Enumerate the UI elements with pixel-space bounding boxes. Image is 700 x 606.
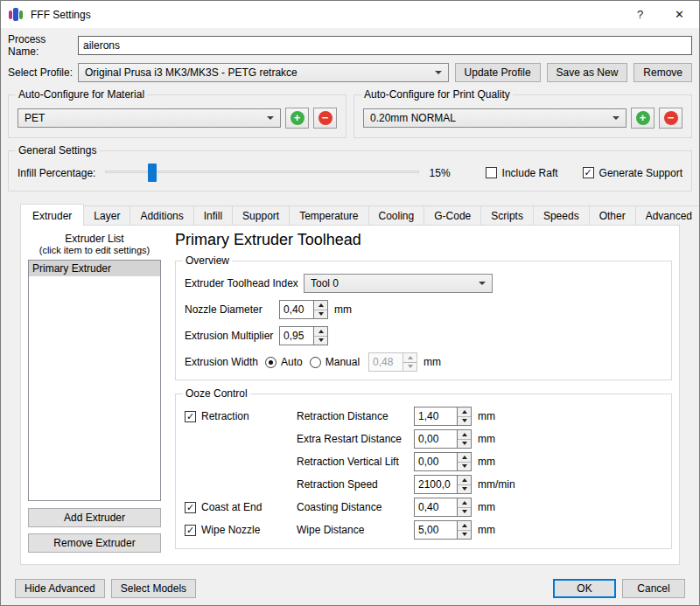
toolhead-index-dropdown[interactable]: Tool 0 bbox=[304, 274, 493, 293]
spin-up-button[interactable] bbox=[458, 498, 471, 508]
profile-dropdown[interactable]: Original Prusa i3 MK3/MK3S - PETG retrak… bbox=[78, 63, 449, 82]
save-as-new-button[interactable]: Save as New bbox=[547, 63, 628, 82]
close-icon[interactable]: ✕ bbox=[660, 1, 699, 28]
spin-up-button[interactable] bbox=[458, 521, 471, 531]
hide-advanced-button[interactable]: Hide Advanced bbox=[15, 579, 105, 598]
retraction-speed-row: Retraction Speed mm/min bbox=[185, 475, 662, 494]
retraction-speed-spinner[interactable] bbox=[414, 475, 472, 494]
extrusion-multiplier-input[interactable] bbox=[280, 327, 313, 345]
spin-down-button[interactable] bbox=[458, 485, 471, 494]
tab-cooling[interactable]: Cooling bbox=[369, 205, 425, 225]
unit-label: mm bbox=[478, 524, 495, 536]
tab-infill[interactable]: Infill bbox=[194, 205, 233, 225]
tab-support[interactable]: Support bbox=[233, 205, 290, 225]
update-profile-button[interactable]: Update Profile bbox=[455, 63, 541, 82]
coast-at-end-checkbox[interactable]: Coast at End bbox=[185, 501, 262, 513]
generate-support-checkbox[interactable]: Generate Support bbox=[583, 167, 682, 179]
wipe-distance-label: Wipe Distance bbox=[297, 524, 414, 536]
spin-down-button[interactable] bbox=[458, 463, 471, 471]
cancel-button[interactable]: Cancel bbox=[622, 579, 685, 598]
coasting-distance-label: Coasting Distance bbox=[297, 501, 414, 513]
tab-extruder[interactable]: Extruder bbox=[20, 204, 84, 226]
spin-down-button[interactable] bbox=[458, 417, 471, 426]
quality-dropdown[interactable]: 0.20mm NORMAL bbox=[363, 108, 626, 128]
spin-down-button[interactable] bbox=[458, 531, 471, 540]
infill-slider-thumb[interactable] bbox=[148, 164, 157, 182]
extrusion-width-input bbox=[369, 353, 402, 371]
tab-gcode[interactable]: G-Code bbox=[424, 205, 481, 225]
chevron-down-icon bbox=[435, 71, 442, 74]
tab-temperature[interactable]: Temperature bbox=[290, 205, 368, 225]
help-button[interactable]: ? bbox=[620, 1, 660, 28]
include-raft-checkbox[interactable]: Include Raft bbox=[486, 167, 558, 179]
retraction-distance-spinner[interactable] bbox=[414, 407, 472, 426]
window-title: FFF Settings bbox=[31, 9, 620, 21]
spin-up-button[interactable] bbox=[458, 407, 471, 417]
nozzle-diameter-spinner[interactable] bbox=[279, 300, 328, 319]
spin-up-button[interactable] bbox=[314, 327, 327, 337]
extra-restart-distance-spinner[interactable] bbox=[414, 429, 472, 449]
wipe-nozzle-checkbox[interactable]: Wipe Nozzle bbox=[185, 524, 260, 536]
list-item-primary-extruder[interactable]: Primary Extruder bbox=[29, 261, 160, 276]
remove-profile-button[interactable]: Remove bbox=[634, 63, 692, 82]
add-quality-button[interactable]: + bbox=[631, 108, 654, 129]
process-name-input[interactable] bbox=[78, 36, 692, 55]
add-extruder-button[interactable]: Add Extruder bbox=[28, 508, 161, 527]
tab-scripts[interactable]: Scripts bbox=[481, 205, 534, 225]
spin-up-button[interactable] bbox=[458, 476, 471, 485]
wipe-distance-input[interactable] bbox=[415, 521, 457, 539]
dialog-footer: Hide Advanced Select Models OK Cancel bbox=[15, 579, 685, 598]
coasting-distance-spinner[interactable] bbox=[414, 498, 472, 517]
tab-speeds[interactable]: Speeds bbox=[534, 205, 590, 225]
infill-slider[interactable] bbox=[105, 164, 419, 182]
tab-layer[interactable]: Layer bbox=[84, 205, 130, 225]
remove-quality-button[interactable]: − bbox=[659, 108, 682, 129]
ok-button[interactable]: OK bbox=[553, 579, 616, 598]
overview-title: Overview bbox=[183, 254, 232, 267]
auto-material-groupbox: Auto-Configure for Material PET + − bbox=[8, 94, 346, 138]
remove-extruder-button[interactable]: Remove Extruder bbox=[28, 533, 161, 553]
spin-down-button[interactable] bbox=[458, 508, 471, 517]
extrusion-width-auto-radio[interactable]: Auto bbox=[258, 356, 303, 368]
select-models-button[interactable]: Select Models bbox=[111, 579, 196, 598]
spin-down-button[interactable] bbox=[314, 337, 327, 345]
remove-material-button[interactable]: − bbox=[313, 108, 337, 129]
extruder-listbox[interactable]: Primary Extruder bbox=[28, 260, 161, 501]
process-name-row: Process Name: bbox=[8, 33, 692, 58]
extruder-list-subtitle: (click item to edit settings) bbox=[28, 245, 161, 255]
spin-down-button[interactable] bbox=[458, 440, 471, 449]
chevron-down-icon bbox=[612, 116, 620, 120]
toolhead-index-label: Extruder Toolhead Index bbox=[185, 277, 304, 289]
spin-down-button[interactable] bbox=[314, 310, 327, 319]
spin-up-button[interactable] bbox=[458, 430, 471, 440]
toolhead-index-row: Extruder Toolhead Index Tool 0 bbox=[185, 274, 662, 293]
infill-percentage-label: Infill Percentage: bbox=[18, 167, 105, 179]
material-dropdown[interactable]: PET bbox=[18, 108, 281, 128]
spin-up-button[interactable] bbox=[314, 301, 327, 310]
unit-label: mm bbox=[478, 456, 495, 468]
unit-label: mm bbox=[478, 410, 495, 422]
extra-restart-distance-input[interactable] bbox=[415, 430, 457, 448]
spin-up-button[interactable] bbox=[458, 453, 471, 463]
tab-other[interactable]: Other bbox=[590, 205, 636, 225]
retraction-vertical-lift-spinner[interactable] bbox=[414, 452, 472, 471]
coasting-distance-input[interactable] bbox=[415, 498, 457, 516]
retraction-distance-input[interactable] bbox=[415, 407, 457, 425]
extrusion-width-manual-radio[interactable]: Manual bbox=[303, 356, 360, 368]
auto-configure-row: Auto-Configure for Material PET + − Auto… bbox=[8, 94, 692, 138]
tab-advanced[interactable]: Advanced bbox=[636, 205, 700, 225]
ooze-control-title: Ooze Control bbox=[183, 387, 250, 400]
extrusion-width-spinner bbox=[368, 352, 417, 372]
extruder-tab-panel: Extruder List (click item to edit settin… bbox=[20, 225, 680, 565]
tab-additions[interactable]: Additions bbox=[130, 205, 193, 225]
retraction-distance-label: Retraction Distance bbox=[297, 410, 414, 422]
add-material-button[interactable]: + bbox=[285, 108, 309, 129]
fff-settings-dialog: FFF Settings ? ✕ Process Name: Select Pr… bbox=[0, 0, 700, 606]
retraction-vertical-lift-input[interactable] bbox=[415, 453, 457, 470]
retraction-speed-input[interactable] bbox=[415, 476, 457, 493]
auto-quality-groupbox: Auto-Configure for Print Quality 0.20mm … bbox=[354, 94, 692, 138]
extrusion-multiplier-spinner[interactable] bbox=[279, 326, 328, 345]
wipe-distance-spinner[interactable] bbox=[414, 520, 472, 540]
nozzle-diameter-input[interactable] bbox=[280, 301, 313, 318]
retraction-checkbox[interactable]: Retraction bbox=[185, 410, 249, 422]
